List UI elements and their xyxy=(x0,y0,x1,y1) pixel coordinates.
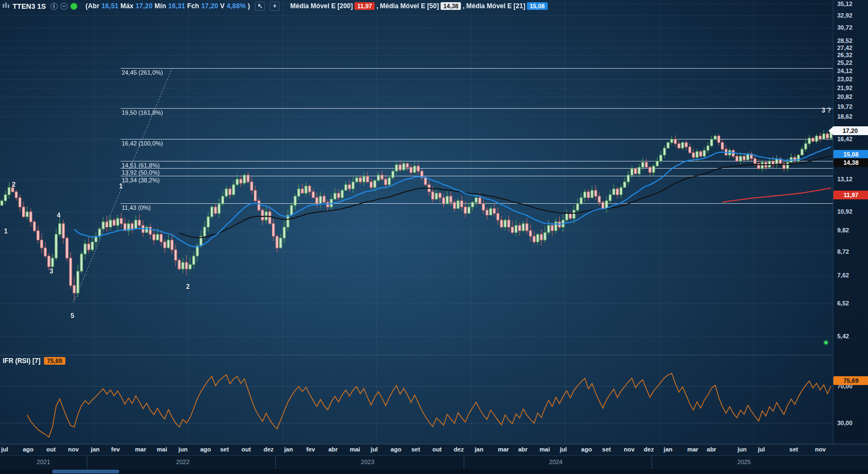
year-separator xyxy=(87,456,87,469)
price-axis-label: 25,22 xyxy=(837,59,853,66)
price-axis-label: 5,42 xyxy=(837,333,849,339)
info-icon[interactable]: i xyxy=(51,3,58,10)
rsi-axis-badge: 75,69 xyxy=(833,376,868,385)
month-axis-label: dez xyxy=(454,446,464,453)
month-axis-label: jan xyxy=(91,446,99,453)
year-separator xyxy=(275,456,276,469)
month-axis-label: jul xyxy=(758,446,765,453)
rsi-axis-label: 30,00 xyxy=(837,420,853,426)
ma-legend-label[interactable]: Média Móvel E [200] xyxy=(290,2,353,10)
price-axis-label: 35,12 xyxy=(837,1,853,7)
horizontal-scrollbar[interactable] xyxy=(0,469,868,474)
rsi-value-badge: 75,69 xyxy=(44,357,66,365)
price-axis-label: 30,72 xyxy=(837,24,853,31)
price-axis-label: 27,42 xyxy=(837,44,853,51)
month-axis-label: mar xyxy=(135,446,146,453)
price-axis-badge: 15,08 xyxy=(833,150,868,159)
ma-legend-separator: , xyxy=(463,2,464,10)
month-axis-label: dez xyxy=(644,446,654,453)
price-axis-label: 9,82 xyxy=(837,227,849,233)
month-axis-label: nov xyxy=(68,446,79,453)
month-axis-label: nov xyxy=(624,446,635,453)
month-axis-label: fev xyxy=(111,446,120,453)
chart-type-icon[interactable] xyxy=(2,2,10,11)
price-axis-label: 28,52 xyxy=(837,37,853,44)
collapse-icon[interactable]: − xyxy=(60,3,68,10)
quote-label: ) xyxy=(246,2,250,10)
month-axis-label: set xyxy=(602,446,611,453)
price-axis-label: 10,92 xyxy=(837,208,853,215)
ma-legend-label[interactable]: Média Móvel E [21] xyxy=(466,2,525,10)
month-axis-label: jul xyxy=(1,446,8,453)
years-row: 20212022202320242025 xyxy=(0,455,868,469)
month-axis-label: mar xyxy=(687,446,698,453)
month-axis-label: set xyxy=(789,446,798,453)
ma-legend-separator: , xyxy=(376,2,378,10)
quote-label: Fch xyxy=(185,2,201,10)
month-axis-label: nov xyxy=(815,446,826,453)
price-axis-label: 20,82 xyxy=(837,93,853,100)
cursor-tool-button[interactable]: ↖ xyxy=(255,2,265,11)
status-green-icon xyxy=(70,3,77,10)
price-axis-label: 26,32 xyxy=(837,52,853,58)
month-axis-label: jul xyxy=(560,446,567,453)
scrollbar-thumb[interactable] xyxy=(52,470,119,473)
price-axis-label: 18,62 xyxy=(837,113,853,120)
month-axis-label: jan xyxy=(284,446,293,453)
year-separator xyxy=(464,456,464,469)
add-indicator-button[interactable]: + xyxy=(270,2,280,11)
ma-value-badge: 14,38 xyxy=(441,2,461,10)
months-row: julagooutnovjanfevmarmaijunagosetoutdezj… xyxy=(0,444,833,455)
quote-value: 4,88% xyxy=(226,2,246,10)
price-axis-label: 23,02 xyxy=(837,76,853,82)
symbol-title[interactable]: TTEN3 1S xyxy=(13,2,46,10)
year-axis-label: 2025 xyxy=(737,459,750,465)
price-axis-label: 8,72 xyxy=(837,248,849,255)
quote-value: 16,51 xyxy=(102,2,119,10)
month-axis-label: jan xyxy=(664,446,672,453)
year-axis-label: 2024 xyxy=(549,459,563,465)
time-axis[interactable]: julagooutnovjanfevmarmaijunagosetoutdezj… xyxy=(0,444,868,469)
ohlc-quote: (Abr 16,51 Máx 17,20 Mín 16,31 Fch 17,20… xyxy=(86,2,251,10)
price-axis-badge: 17,20 xyxy=(828,126,868,135)
month-axis-label: set xyxy=(411,446,420,453)
month-axis-label: out xyxy=(242,446,251,453)
price-axis-badge: 14,38 xyxy=(833,158,868,167)
price-axis-label: 32,92 xyxy=(837,12,853,19)
price-axis-label: 24,12 xyxy=(837,68,853,74)
month-axis-label: jun xyxy=(179,446,188,453)
month-axis-label: jan xyxy=(475,446,483,453)
month-axis-label: ago xyxy=(200,446,211,453)
quote-value: 17,20 xyxy=(201,2,218,10)
price-axis-label: 13,12 xyxy=(837,176,853,182)
month-axis-label: jun xyxy=(738,446,747,453)
ma-legend-label[interactable]: Média Móvel E [50] xyxy=(380,2,439,10)
trading-platform-window: 24,45 (261,0%)19,50 (161,8%)16,42 (100,0… xyxy=(0,0,868,474)
chart-toolbar: TTEN3 1S i − (Abr 16,51 Máx 17,20 Mín 16… xyxy=(0,0,833,12)
month-axis-label: set xyxy=(220,446,229,453)
year-axis-label: 2021 xyxy=(37,459,50,465)
month-axis-label: jul xyxy=(371,446,378,453)
year-axis-label: 2023 xyxy=(361,459,374,465)
price-axis-label: 6,52 xyxy=(837,300,849,306)
price-axis-label: 21,92 xyxy=(837,85,853,91)
candlestick-chart-canvas[interactable] xyxy=(0,0,868,474)
year-axis-label: 2022 xyxy=(176,459,190,465)
price-axis-label: 16,42 xyxy=(837,136,853,142)
price-axis[interactable]: 35,1232,9230,7228,5227,4226,3225,2224,12… xyxy=(833,0,868,444)
quote-label: Mín xyxy=(153,2,168,10)
ma-value-badge: 11,97 xyxy=(354,2,375,10)
month-axis-label: dez xyxy=(264,446,274,453)
price-axis-badge: 11,97 xyxy=(833,191,868,199)
month-axis-label: out xyxy=(46,446,55,453)
quote-value: 16,31 xyxy=(168,2,185,10)
month-axis-label: ago xyxy=(23,446,34,453)
month-axis-label: abr xyxy=(329,446,338,453)
quote-label: V xyxy=(218,2,226,10)
month-axis-label: mai xyxy=(157,446,167,453)
quote-value: 17,20 xyxy=(136,2,153,10)
month-axis-label: ago xyxy=(391,446,402,453)
ma-value-badge: 15,08 xyxy=(527,2,548,10)
rsi-indicator-header[interactable]: IFR (RSI) [7] 75,69 xyxy=(3,357,65,365)
year-separator xyxy=(652,456,652,469)
